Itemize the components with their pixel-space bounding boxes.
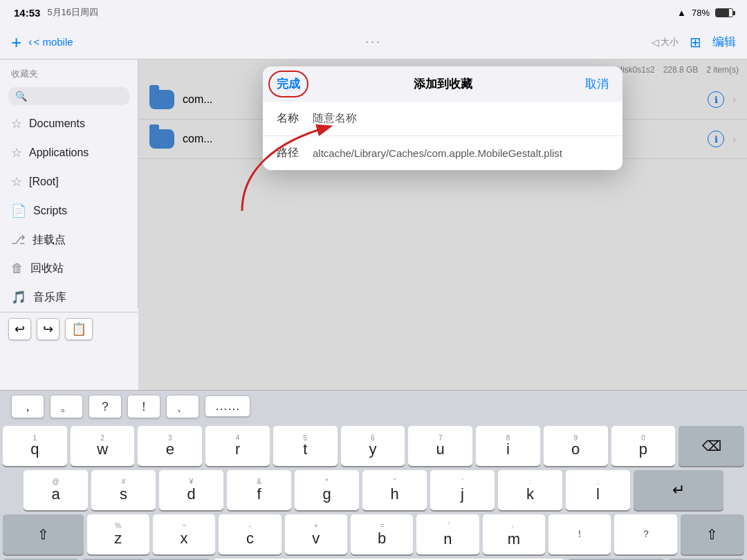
sidebar-item-applications[interactable]: ☆ Applications	[0, 138, 138, 167]
star-icon-2: ☆	[11, 145, 22, 160]
nav-bar: + ‹ < mobile ··· ◁ 大小 ⊞ 编辑	[0, 25, 747, 59]
back-chevron-icon: ‹	[28, 36, 32, 48]
undo-button[interactable]: ↩	[8, 318, 31, 340]
sidebar-section-label: 收藏夹	[0, 59, 138, 83]
sidebar-item-label-4: Scripts	[33, 205, 67, 217]
key-e[interactable]: 3 e	[138, 426, 202, 466]
sidebar-toolbar: ↩ ↪ 📋	[0, 312, 138, 346]
nav-dots: ···	[365, 35, 382, 49]
name-label: 名称	[277, 111, 302, 126]
key-shift-right[interactable]: ⇧	[681, 514, 744, 554]
key-y[interactable]: 6 y	[341, 426, 405, 466]
key-a[interactable]: @ a	[24, 470, 88, 510]
sidebar-item-mounts[interactable]: ⎇ 挂载点	[0, 225, 138, 254]
key-v[interactable]: + v	[285, 514, 347, 554]
key-x[interactable]: ~ x	[153, 514, 215, 554]
sidebar-item-label-7: 音乐库	[33, 290, 66, 305]
key-t[interactable]: 5 t	[273, 426, 338, 466]
key-question-punc[interactable]: ？	[614, 514, 676, 554]
star-icon-3: ☆	[11, 174, 22, 189]
toolbar-period[interactable]: 。	[50, 395, 83, 418]
sidebar-item-label: Documents	[29, 118, 85, 130]
key-f[interactable]: & f	[227, 470, 291, 510]
toolbar-ellipsis[interactable]: ……	[205, 395, 250, 417]
key-j[interactable]: ' j	[430, 470, 495, 510]
time-label: 14:53	[14, 7, 40, 19]
path-label: 路径	[277, 146, 302, 160]
main-area: /dev/disk0s1s2 228.8 GB 2 item(s) com...…	[138, 59, 747, 390]
key-c[interactable]: - c	[219, 514, 281, 554]
sidebar-item-label-2: Applications	[29, 147, 89, 159]
content-area: 收藏夹 🔍 ☆ Documents ☆ Applications ☆ [Root…	[0, 59, 747, 390]
key-q[interactable]: 1 q	[3, 426, 67, 466]
status-bar: 14:53 5月16日周四 ▲ 78%	[0, 0, 747, 25]
key-exclaim-punc[interactable]: ！	[548, 514, 611, 554]
music-icon: 🎵	[11, 290, 26, 305]
add-button[interactable]: +	[11, 33, 21, 51]
edit-button[interactable]: 编辑	[712, 34, 736, 50]
redo-button[interactable]: ↪	[37, 318, 59, 340]
grid-icon[interactable]: ⊞	[690, 34, 701, 50]
toolbar-pause[interactable]: 、	[166, 395, 199, 418]
sidebar-item-documents[interactable]: ☆ Documents	[0, 109, 138, 138]
wifi-icon: ▲	[677, 8, 686, 18]
key-w[interactable]: 2 w	[71, 426, 135, 466]
mount-icon: ⎇	[11, 232, 26, 248]
keyboard-toolbar: ， 。 ？ ！ 、 ……	[0, 390, 747, 422]
key-z[interactable]: % z	[87, 514, 149, 554]
dialog-cancel-button[interactable]: 取消	[585, 76, 609, 92]
key-k[interactable]: : k	[498, 470, 562, 510]
battery-pct: 78%	[692, 8, 710, 18]
key-p[interactable]: 0 p	[611, 426, 676, 466]
key-l[interactable]: ; l	[566, 470, 630, 510]
dialog-body: 名称 随意名称 路径 altcache/Library/Caches/com.a…	[263, 102, 622, 170]
name-value: 随意名称	[313, 111, 609, 126]
key-g[interactable]: * g	[295, 470, 359, 510]
key-n[interactable]: 「 n	[416, 514, 479, 554]
key-return[interactable]: ↵	[634, 470, 723, 510]
dialog-name-row: 名称 随意名称	[263, 102, 622, 136]
paste-button[interactable]: 📋	[65, 318, 93, 340]
sidebar-search[interactable]: 🔍	[0, 83, 138, 109]
size-sort-label: ◁ 大小	[652, 36, 679, 48]
dialog-overlay: 完成 添加到收藏 取消 名称 随意名称 路径 altcache/Lib	[138, 59, 747, 390]
dialog-title: 添加到收藏	[300, 76, 585, 92]
key-d[interactable]: ¥ d	[159, 470, 223, 510]
sidebar-item-scripts[interactable]: 📄 Scripts	[0, 196, 138, 225]
sidebar-item-label-6: 回收站	[30, 261, 64, 276]
key-u[interactable]: 7 u	[408, 426, 472, 466]
key-backspace[interactable]: ⌫	[679, 426, 744, 466]
key-b[interactable]: = b	[351, 514, 413, 554]
sidebar-item-trash[interactable]: 🗑 回收站	[0, 254, 138, 283]
toolbar-comma[interactable]: ，	[11, 395, 44, 418]
key-h[interactable]: " h	[362, 470, 427, 510]
sidebar-item-root[interactable]: ☆ [Root]	[0, 167, 138, 196]
key-shift-left[interactable]: ⇧	[3, 514, 84, 554]
status-icons: ▲ 78%	[677, 8, 733, 18]
key-i[interactable]: 8 i	[476, 426, 540, 466]
keyboard-row-3: ⇧ % z ~ x - c + v = b 「 n 」 m ！	[3, 514, 744, 554]
toolbar-exclaim[interactable]: ！	[127, 395, 160, 418]
toolbar-question[interactable]: ？	[89, 395, 122, 418]
sidebar-item-music[interactable]: 🎵 音乐库	[0, 283, 138, 312]
battery-icon	[715, 8, 733, 17]
sort-chevron-icon: ◁	[652, 37, 659, 48]
keyboard-row-2: @ a # s ¥ d & f * g " h ' j : k	[3, 470, 744, 510]
sidebar-item-label-5: 挂载点	[33, 233, 66, 248]
search-icon: 🔍	[15, 91, 27, 102]
star-icon-1: ☆	[11, 116, 22, 131]
trash-icon: 🗑	[11, 261, 24, 276]
sidebar: 收藏夹 🔍 ☆ Documents ☆ Applications ☆ [Root…	[0, 59, 138, 308]
key-m[interactable]: 」 m	[483, 514, 545, 554]
dialog-header: 完成 添加到收藏 取消	[263, 66, 622, 102]
back-button[interactable]: ‹ < mobile	[28, 36, 73, 48]
path-value: altcache/Library/Caches/com.apple.Mobile…	[313, 147, 609, 159]
date-label: 5月16日周四	[47, 6, 98, 19]
status-time: 14:53 5月16日周四	[14, 6, 98, 19]
scripts-icon: 📄	[11, 203, 26, 218]
key-r[interactable]: 4 r	[205, 426, 270, 466]
dialog-done-button[interactable]: 完成	[277, 76, 300, 92]
key-s[interactable]: # s	[91, 470, 156, 510]
keyboard-row-1: 1 q 2 w 3 e 4 r 5 t 6 y 7 u 8 i	[3, 426, 744, 466]
key-o[interactable]: 9 o	[544, 426, 608, 466]
